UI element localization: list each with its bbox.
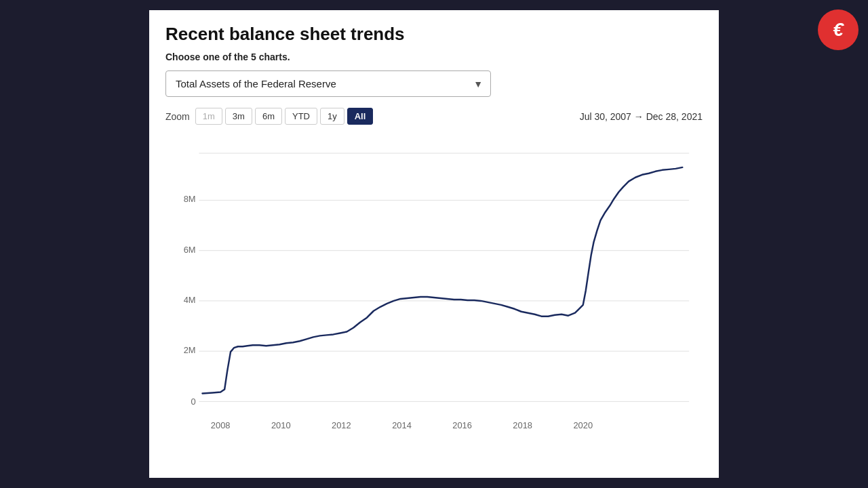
- date-arrow: →: [634, 111, 644, 122]
- x-label-2020: 2020: [573, 420, 593, 430]
- x-label-2010: 2010: [271, 420, 291, 430]
- page-title: Recent balance sheet trends: [165, 24, 703, 45]
- y-label-0: 0: [191, 396, 195, 407]
- zoom-label: Zoom: [165, 111, 190, 122]
- choose-label: Choose one of the 5 charts.: [165, 52, 703, 62]
- x-label-2014: 2014: [392, 420, 412, 430]
- y-label-6m: 6M: [184, 245, 196, 255]
- x-label-2008: 2008: [211, 420, 231, 430]
- zoom-ytd[interactable]: YTD: [285, 108, 317, 125]
- y-label-8m: 8M: [184, 194, 196, 204]
- zoom-row: Zoom 1m 3m 6m YTD 1y All Jul 30, 2007 → …: [165, 108, 703, 125]
- y-label-2m: 2M: [184, 345, 196, 355]
- x-label-2012: 2012: [332, 420, 351, 430]
- chart-dropdown-wrapper: Total Assets of the Federal Reserve Secu…: [165, 70, 491, 97]
- zoom-6m[interactable]: 6m: [255, 108, 282, 125]
- logo-badge: €: [818, 9, 859, 50]
- zoom-1m[interactable]: 1m: [195, 108, 222, 125]
- zoom-1y[interactable]: 1y: [320, 108, 344, 125]
- y-label-4m: 4M: [184, 295, 196, 305]
- fed-balance-sheet-line: [202, 167, 682, 394]
- chart-select[interactable]: Total Assets of the Federal Reserve Secu…: [165, 70, 491, 97]
- main-card: Recent balance sheet trends Choose one o…: [149, 10, 719, 478]
- x-label-2018: 2018: [513, 420, 532, 430]
- date-range: Jul 30, 2007 → Dec 28, 2021: [580, 111, 703, 122]
- zoom-all[interactable]: All: [347, 108, 374, 125]
- chart-area: 0 2M 4M 6M 8M 2008 2010 2012 2014 2016 2…: [165, 131, 703, 457]
- date-end: Dec 28, 2021: [646, 111, 703, 122]
- zoom-3m[interactable]: 3m: [225, 108, 252, 125]
- date-start: Jul 30, 2007: [580, 111, 631, 122]
- x-label-2016: 2016: [452, 420, 472, 430]
- chart-svg: 0 2M 4M 6M 8M 2008 2010 2012 2014 2016 2…: [165, 131, 703, 457]
- logo-letter: €: [833, 20, 844, 39]
